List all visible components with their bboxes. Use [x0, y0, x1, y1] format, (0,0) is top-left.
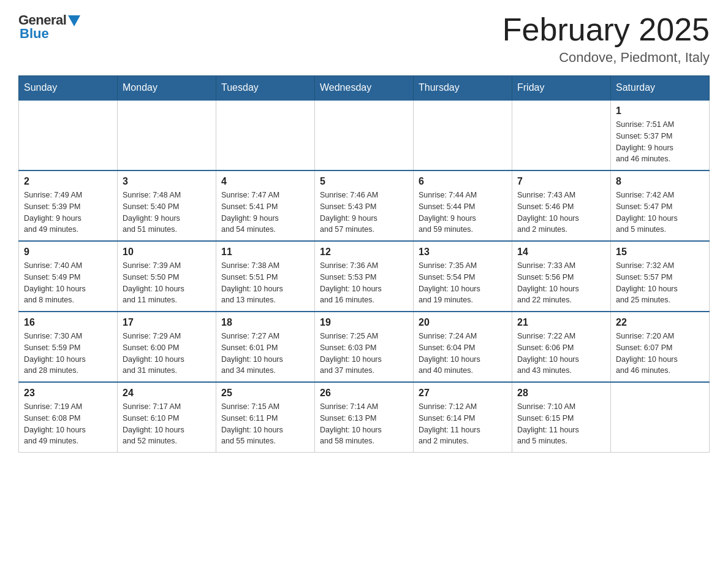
- day-number: 7: [517, 176, 605, 187]
- calendar-day: 5Sunrise: 7:46 AMSunset: 5:43 PMDaylight…: [315, 170, 414, 241]
- calendar-day: 21Sunrise: 7:22 AMSunset: 6:06 PMDayligh…: [512, 312, 611, 382]
- day-info: Sunrise: 7:35 AMSunset: 5:54 PMDaylight:…: [419, 260, 507, 306]
- calendar-day: 3Sunrise: 7:48 AMSunset: 5:40 PMDaylight…: [118, 170, 216, 241]
- calendar-day: 10Sunrise: 7:39 AMSunset: 5:50 PMDayligh…: [118, 241, 216, 312]
- week-row: 1Sunrise: 7:51 AMSunset: 5:37 PMDaylight…: [19, 100, 710, 170]
- day-info: Sunrise: 7:12 AMSunset: 6:14 PMDaylight:…: [419, 401, 507, 447]
- day-info: Sunrise: 7:36 AMSunset: 5:53 PMDaylight:…: [320, 260, 408, 306]
- calendar-day: 9Sunrise: 7:40 AMSunset: 5:49 PMDaylight…: [19, 241, 118, 312]
- logo-triangle-icon: [68, 15, 80, 26]
- day-info: Sunrise: 7:43 AMSunset: 5:46 PMDaylight:…: [517, 190, 605, 236]
- day-info: Sunrise: 7:15 AMSunset: 6:11 PMDaylight:…: [221, 401, 309, 447]
- day-number: 23: [24, 388, 112, 399]
- day-number: 22: [616, 317, 704, 328]
- week-row: 9Sunrise: 7:40 AMSunset: 5:49 PMDaylight…: [19, 241, 710, 312]
- day-of-week-header: Tuesday: [216, 76, 315, 101]
- calendar-day: 1Sunrise: 7:51 AMSunset: 5:37 PMDaylight…: [611, 100, 710, 170]
- day-number: 21: [517, 317, 605, 328]
- page-header: General Blue February 2025 Condove, Pied…: [18, 12, 710, 66]
- calendar-day: 18Sunrise: 7:27 AMSunset: 6:01 PMDayligh…: [216, 312, 315, 382]
- day-info: Sunrise: 7:19 AMSunset: 6:08 PMDaylight:…: [24, 401, 112, 447]
- day-number: 10: [123, 247, 211, 258]
- day-number: 26: [320, 388, 408, 399]
- day-info: Sunrise: 7:25 AMSunset: 6:03 PMDaylight:…: [320, 331, 408, 377]
- day-info: Sunrise: 7:42 AMSunset: 5:47 PMDaylight:…: [616, 190, 704, 236]
- calendar-day: 22Sunrise: 7:20 AMSunset: 6:07 PMDayligh…: [611, 312, 710, 382]
- day-number: 11: [221, 247, 309, 258]
- calendar-day: 23Sunrise: 7:19 AMSunset: 6:08 PMDayligh…: [19, 382, 118, 453]
- month-title: February 2025: [502, 12, 710, 47]
- day-info: Sunrise: 7:40 AMSunset: 5:49 PMDaylight:…: [24, 260, 112, 306]
- day-of-week-header: Friday: [512, 76, 611, 101]
- calendar-header-row: SundayMondayTuesdayWednesdayThursdayFrid…: [19, 76, 710, 101]
- day-info: Sunrise: 7:33 AMSunset: 5:56 PMDaylight:…: [517, 260, 605, 306]
- calendar-day: 25Sunrise: 7:15 AMSunset: 6:11 PMDayligh…: [216, 382, 315, 453]
- day-of-week-header: Monday: [118, 76, 216, 101]
- day-info: Sunrise: 7:20 AMSunset: 6:07 PMDaylight:…: [616, 331, 704, 377]
- day-number: 17: [123, 317, 211, 328]
- calendar-day: 6Sunrise: 7:44 AMSunset: 5:44 PMDaylight…: [414, 170, 512, 241]
- calendar-day: 20Sunrise: 7:24 AMSunset: 6:04 PMDayligh…: [414, 312, 512, 382]
- day-info: Sunrise: 7:46 AMSunset: 5:43 PMDaylight:…: [320, 190, 408, 236]
- week-row: 2Sunrise: 7:49 AMSunset: 5:39 PMDaylight…: [19, 170, 710, 241]
- calendar-day: [118, 100, 216, 170]
- day-info: Sunrise: 7:30 AMSunset: 5:59 PMDaylight:…: [24, 331, 112, 377]
- day-of-week-header: Wednesday: [315, 76, 414, 101]
- calendar-day: [414, 100, 512, 170]
- calendar-day: [216, 100, 315, 170]
- calendar-day: 14Sunrise: 7:33 AMSunset: 5:56 PMDayligh…: [512, 241, 611, 312]
- day-of-week-header: Sunday: [19, 76, 118, 101]
- calendar-day: 17Sunrise: 7:29 AMSunset: 6:00 PMDayligh…: [118, 312, 216, 382]
- calendar-day: 15Sunrise: 7:32 AMSunset: 5:57 PMDayligh…: [611, 241, 710, 312]
- day-info: Sunrise: 7:24 AMSunset: 6:04 PMDaylight:…: [419, 331, 507, 377]
- calendar-day: 26Sunrise: 7:14 AMSunset: 6:13 PMDayligh…: [315, 382, 414, 453]
- calendar-day: [19, 100, 118, 170]
- calendar-day: [611, 382, 710, 453]
- day-number: 12: [320, 247, 408, 258]
- day-number: 3: [123, 176, 211, 187]
- calendar-day: 2Sunrise: 7:49 AMSunset: 5:39 PMDaylight…: [19, 170, 118, 241]
- logo-blue-text: Blue: [20, 26, 49, 42]
- day-number: 18: [221, 317, 309, 328]
- day-number: 2: [24, 176, 112, 187]
- calendar-day: [512, 100, 611, 170]
- day-info: Sunrise: 7:49 AMSunset: 5:39 PMDaylight:…: [24, 190, 112, 236]
- day-info: Sunrise: 7:10 AMSunset: 6:15 PMDaylight:…: [517, 401, 605, 447]
- day-number: 13: [419, 247, 507, 258]
- day-number: 16: [24, 317, 112, 328]
- day-number: 24: [123, 388, 211, 399]
- calendar-table: SundayMondayTuesdayWednesdayThursdayFrid…: [18, 75, 710, 453]
- calendar-day: 11Sunrise: 7:38 AMSunset: 5:51 PMDayligh…: [216, 241, 315, 312]
- calendar-day: 27Sunrise: 7:12 AMSunset: 6:14 PMDayligh…: [414, 382, 512, 453]
- day-info: Sunrise: 7:48 AMSunset: 5:40 PMDaylight:…: [123, 190, 211, 236]
- day-info: Sunrise: 7:47 AMSunset: 5:41 PMDaylight:…: [221, 190, 309, 236]
- day-info: Sunrise: 7:17 AMSunset: 6:10 PMDaylight:…: [123, 401, 211, 447]
- day-number: 27: [419, 388, 507, 399]
- day-info: Sunrise: 7:39 AMSunset: 5:50 PMDaylight:…: [123, 260, 211, 306]
- day-number: 19: [320, 317, 408, 328]
- day-info: Sunrise: 7:38 AMSunset: 5:51 PMDaylight:…: [221, 260, 309, 306]
- day-info: Sunrise: 7:32 AMSunset: 5:57 PMDaylight:…: [616, 260, 704, 306]
- day-number: 6: [419, 176, 507, 187]
- calendar-day: 13Sunrise: 7:35 AMSunset: 5:54 PMDayligh…: [414, 241, 512, 312]
- calendar-day: [315, 100, 414, 170]
- calendar-day: 7Sunrise: 7:43 AMSunset: 5:46 PMDaylight…: [512, 170, 611, 241]
- day-info: Sunrise: 7:29 AMSunset: 6:00 PMDaylight:…: [123, 331, 211, 377]
- day-number: 25: [221, 388, 309, 399]
- title-block: February 2025 Condove, Piedmont, Italy: [502, 12, 710, 66]
- day-number: 15: [616, 247, 704, 258]
- day-number: 28: [517, 388, 605, 399]
- day-number: 9: [24, 247, 112, 258]
- day-number: 20: [419, 317, 507, 328]
- week-row: 23Sunrise: 7:19 AMSunset: 6:08 PMDayligh…: [19, 382, 710, 453]
- day-number: 1: [616, 105, 704, 117]
- day-number: 14: [517, 247, 605, 258]
- calendar-day: 28Sunrise: 7:10 AMSunset: 6:15 PMDayligh…: [512, 382, 611, 453]
- day-info: Sunrise: 7:27 AMSunset: 6:01 PMDaylight:…: [221, 331, 309, 377]
- day-info: Sunrise: 7:22 AMSunset: 6:06 PMDaylight:…: [517, 331, 605, 377]
- calendar-day: 8Sunrise: 7:42 AMSunset: 5:47 PMDaylight…: [611, 170, 710, 241]
- calendar-day: 4Sunrise: 7:47 AMSunset: 5:41 PMDaylight…: [216, 170, 315, 241]
- day-info: Sunrise: 7:51 AMSunset: 5:37 PMDaylight:…: [616, 119, 704, 165]
- day-number: 8: [616, 176, 704, 187]
- logo: General Blue: [18, 12, 80, 42]
